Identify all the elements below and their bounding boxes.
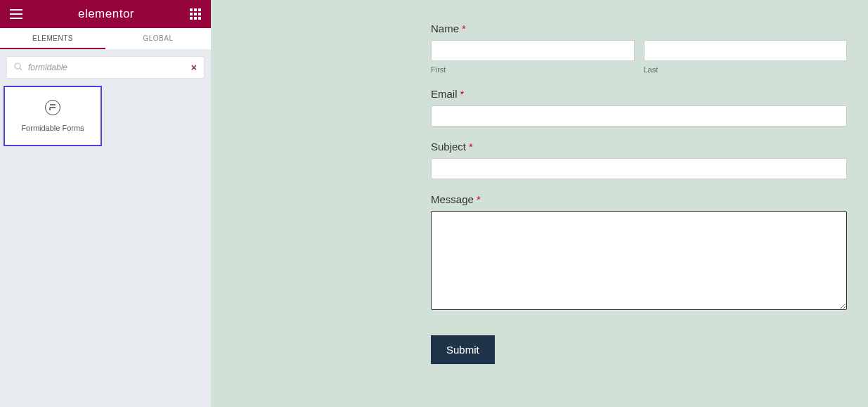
svg-line-1	[20, 68, 22, 70]
search-box: ×	[6, 56, 205, 79]
elementor-sidebar: elementor ELEMENTS GLOBAL × Formidable F…	[0, 0, 211, 407]
sidebar-header: elementor	[0, 0, 211, 28]
subject-field-row: Subject*	[431, 141, 847, 179]
submit-button[interactable]: Submit	[431, 335, 495, 364]
name-label: Name*	[431, 22, 847, 34]
search-icon	[14, 63, 22, 73]
last-name-col: Last	[644, 40, 848, 74]
svg-point-0	[15, 63, 20, 69]
search-input[interactable]	[28, 63, 183, 72]
widget-label: Formidable Forms	[21, 124, 84, 132]
first-name-input[interactable]	[431, 40, 635, 61]
widget-formidable-forms[interactable]: Formidable Forms	[4, 86, 102, 146]
first-name-col: First	[431, 40, 635, 74]
email-input[interactable]	[431, 105, 847, 127]
required-mark: *	[469, 141, 473, 153]
last-name-sublabel: Last	[644, 65, 848, 74]
preview-canvas: Name* First Last Email* Subject* Message…	[211, 0, 868, 407]
menu-icon[interactable]	[10, 9, 22, 19]
email-label: Email*	[431, 88, 847, 100]
message-label: Message*	[431, 193, 847, 205]
message-field-row: Message*	[431, 193, 847, 313]
apps-grid-icon[interactable]	[190, 8, 201, 20]
name-field-row: Name* First Last	[431, 22, 847, 74]
required-mark: *	[477, 193, 481, 205]
widgets-grid: Formidable Forms	[0, 86, 211, 146]
search-wrap: ×	[0, 49, 211, 86]
subject-label: Subject*	[431, 141, 847, 153]
message-textarea[interactable]	[431, 211, 847, 310]
tab-global[interactable]: GLOBAL	[105, 28, 211, 49]
formidable-icon	[45, 100, 60, 115]
sidebar-tabs: ELEMENTS GLOBAL	[0, 28, 211, 49]
name-fields: First Last	[431, 40, 847, 74]
email-field-row: Email*	[431, 88, 847, 127]
last-name-input[interactable]	[644, 40, 848, 61]
first-name-sublabel: First	[431, 65, 635, 74]
required-mark: *	[462, 22, 466, 34]
elementor-logo: elementor	[78, 7, 134, 21]
clear-search-icon[interactable]: ×	[191, 62, 197, 73]
subject-input[interactable]	[431, 158, 847, 179]
required-mark: *	[460, 88, 465, 100]
tab-elements[interactable]: ELEMENTS	[0, 28, 105, 49]
